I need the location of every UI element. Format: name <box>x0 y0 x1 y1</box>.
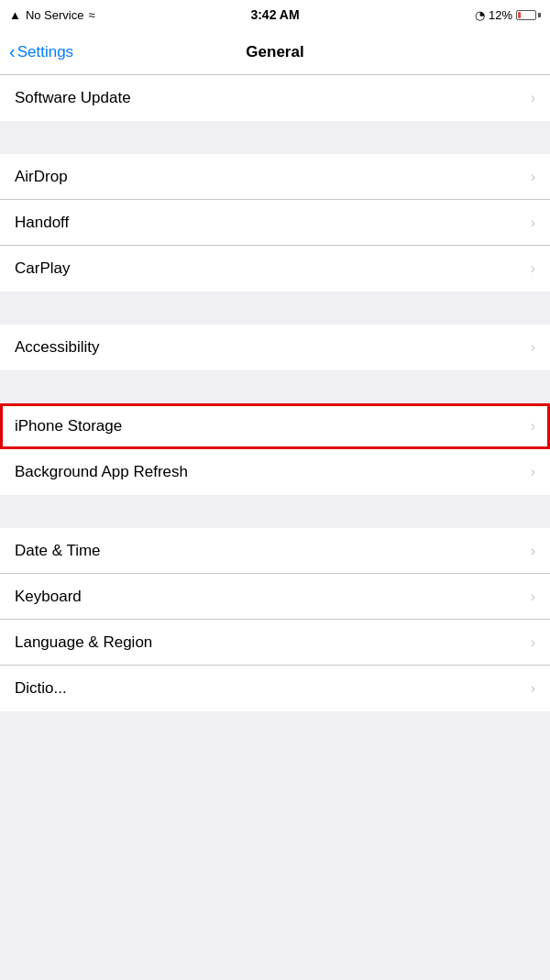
no-service-warning-icon: ▲ <box>9 8 21 22</box>
section-separator-2 <box>0 292 550 325</box>
battery-icon <box>516 10 541 20</box>
chevron-right-icon: › <box>531 464 535 480</box>
settings-group-4: iPhone Storage › Background App Refresh … <box>0 403 550 495</box>
chevron-right-icon: › <box>531 543 535 559</box>
iphone-storage-label: iPhone Storage <box>15 417 122 435</box>
language-region-label: Language & Region <box>15 633 152 652</box>
section-separator-4 <box>0 495 550 528</box>
battery-tip <box>538 13 541 17</box>
chevron-right-icon: › <box>531 680 535 697</box>
section-separator-3 <box>0 370 550 403</box>
location-icon: ◔ <box>475 8 485 22</box>
settings-row-keyboard[interactable]: Keyboard › <box>0 574 550 620</box>
wifi-icon: ≈ <box>88 8 94 22</box>
battery-fill <box>518 12 521 18</box>
settings-row-background-app-refresh[interactable]: Background App Refresh › <box>0 449 550 495</box>
chevron-right-icon: › <box>531 418 535 435</box>
settings-row-dictionary[interactable]: Dictio... › <box>0 666 550 711</box>
settings-group-5: Date & Time › Keyboard › Language & Regi… <box>0 528 550 711</box>
settings-group-1: Software Update › <box>0 75 550 121</box>
settings-row-software-update[interactable]: Software Update › <box>0 75 550 121</box>
chevron-right-icon: › <box>531 260 535 277</box>
page-title: General <box>246 43 303 61</box>
settings-row-accessibility[interactable]: Accessibility › <box>0 325 550 370</box>
accessibility-label: Accessibility <box>15 338 100 357</box>
settings-row-handoff[interactable]: Handoff › <box>0 200 550 246</box>
dictionary-label: Dictio... <box>15 679 67 698</box>
battery-percent-label: 12% <box>489 8 512 22</box>
chevron-right-icon: › <box>531 90 535 106</box>
airdrop-label: AirDrop <box>15 168 68 186</box>
settings-row-iphone-storage[interactable]: iPhone Storage › <box>0 403 550 449</box>
settings-group-2: AirDrop › Handoff › CarPlay › <box>0 154 550 292</box>
battery-body <box>516 10 536 20</box>
status-time: 3:42 AM <box>250 7 299 22</box>
chevron-right-icon: › <box>531 634 535 651</box>
back-chevron-icon: ‹ <box>9 41 16 62</box>
chevron-right-icon: › <box>531 589 535 605</box>
status-left: ▲ No Service ≈ <box>9 8 95 22</box>
status-bar: ▲ No Service ≈ 3:42 AM ◔ 12% <box>0 0 550 29</box>
settings-row-date-time[interactable]: Date & Time › <box>0 528 550 574</box>
chevron-right-icon: › <box>531 215 535 231</box>
back-button[interactable]: ‹ Settings <box>9 42 73 62</box>
date-time-label: Date & Time <box>15 542 101 560</box>
settings-row-language-region[interactable]: Language & Region › <box>0 620 550 666</box>
software-update-label: Software Update <box>15 89 131 107</box>
settings-group-3: Accessibility › <box>0 325 550 370</box>
section-separator-1 <box>0 121 550 154</box>
background-app-refresh-label: Background App Refresh <box>15 463 188 481</box>
handoff-label: Handoff <box>15 214 69 232</box>
back-button-label: Settings <box>17 43 73 61</box>
status-right: ◔ 12% <box>475 8 541 22</box>
no-service-label: No Service <box>26 8 84 22</box>
navigation-bar: ‹ Settings General <box>0 29 550 75</box>
settings-row-carplay[interactable]: CarPlay › <box>0 246 550 292</box>
chevron-right-icon: › <box>531 169 535 185</box>
carplay-label: CarPlay <box>15 259 70 278</box>
settings-row-airdrop[interactable]: AirDrop › <box>0 154 550 200</box>
chevron-right-icon: › <box>531 339 535 356</box>
keyboard-label: Keyboard <box>15 588 82 606</box>
